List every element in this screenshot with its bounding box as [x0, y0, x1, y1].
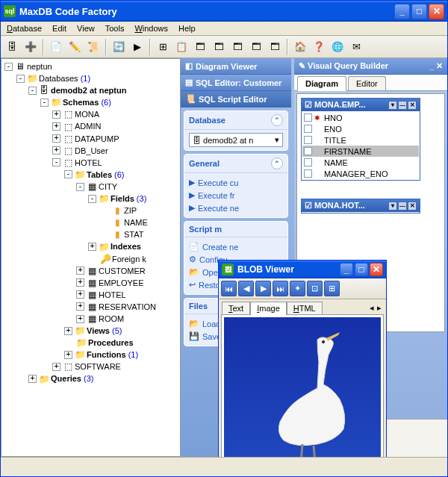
- tb-w2-icon[interactable]: 🗔: [211, 39, 227, 55]
- tree-schema[interactable]: DATAPUMP: [75, 134, 119, 143]
- tb-refresh-icon[interactable]: 🔄: [111, 39, 127, 55]
- tb-script-icon[interactable]: 📜: [85, 39, 102, 55]
- tb-w5-icon[interactable]: 🗔: [267, 39, 283, 55]
- expand-icon[interactable]: +: [64, 351, 72, 359]
- tree-schema[interactable]: DB_User: [75, 146, 108, 155]
- checkbox[interactable]: [304, 136, 312, 144]
- link-exec-cur[interactable]: ▶Execute cu: [189, 176, 283, 189]
- link-exec-from[interactable]: ▶Execute fr: [189, 189, 283, 202]
- menu-view[interactable]: View: [77, 24, 95, 33]
- tree-table[interactable]: CUSTOMER: [99, 266, 146, 275]
- expand-icon[interactable]: +: [76, 266, 84, 275]
- titlebar[interactable]: sql MaxDB Code Factory _ □ ✕: [1, 1, 447, 22]
- expand-icon[interactable]: +: [88, 243, 96, 251]
- expand-icon[interactable]: +: [76, 278, 84, 287]
- tb-edit-icon[interactable]: ✏️: [66, 39, 83, 55]
- minimize-button[interactable]: _: [340, 263, 353, 276]
- expand-icon[interactable]: -: [4, 63, 13, 71]
- tree-field[interactable]: NAME: [124, 218, 148, 227]
- tab-html[interactable]: HTML: [287, 302, 323, 314]
- scroll-left-icon[interactable]: ◂: [368, 302, 376, 314]
- close-icon[interactable]: ✕: [436, 61, 443, 71]
- checkbox[interactable]: [304, 147, 312, 155]
- expand-icon[interactable]: -: [64, 170, 72, 178]
- close-icon[interactable]: ✕: [408, 101, 417, 110]
- scroll-right-icon[interactable]: ▸: [376, 302, 383, 314]
- dropdown-icon[interactable]: ▾: [388, 202, 397, 211]
- minimize-icon[interactable]: —: [398, 202, 407, 211]
- db-dropdown[interactable]: 🗄 demodb2 at n▾: [189, 133, 283, 147]
- table-window-hot[interactable]: ☑ MONA.HOT...▾—✕: [301, 199, 420, 213]
- tab-image[interactable]: Image: [250, 302, 287, 315]
- tb-w4-icon[interactable]: 🗔: [248, 39, 264, 55]
- maximize-button[interactable]: □: [355, 263, 368, 276]
- tree-field[interactable]: ZIP: [124, 206, 137, 215]
- menu-windows[interactable]: Windows: [134, 24, 168, 33]
- tree-table-city[interactable]: CITY: [99, 182, 117, 191]
- tree-root[interactable]: neptun: [27, 62, 52, 71]
- menu-database[interactable]: Database: [7, 24, 42, 33]
- tab-editor[interactable]: Editor: [348, 76, 386, 90]
- expand-icon[interactable]: -: [52, 158, 60, 166]
- dropdown-icon[interactable]: ▾: [388, 101, 397, 110]
- expand-icon[interactable]: +: [52, 110, 60, 119]
- grid-icon[interactable]: ⊞: [324, 281, 340, 296]
- tree-schema[interactable]: ADMIN: [75, 122, 101, 131]
- tb-w1-icon[interactable]: 🗔: [192, 39, 208, 55]
- tool-icon[interactable]: ✦: [290, 281, 305, 296]
- expand-icon[interactable]: +: [28, 375, 37, 383]
- expand-icon[interactable]: -: [76, 183, 84, 191]
- next-icon[interactable]: ▶: [255, 281, 271, 296]
- tree-schema[interactable]: MONA: [75, 110, 99, 119]
- chevron-up-icon[interactable]: ⌃: [271, 114, 283, 126]
- tb-grid-icon[interactable]: ⊞: [155, 39, 171, 55]
- minimize-icon[interactable]: _: [429, 61, 434, 71]
- tree-field[interactable]: STAT: [124, 230, 143, 239]
- minimize-button[interactable]: _: [394, 4, 410, 19]
- tb-home-icon[interactable]: 🏠: [292, 39, 308, 55]
- tab-diagram[interactable]: Diagram: [297, 76, 346, 91]
- expand-icon[interactable]: +: [52, 134, 60, 143]
- column-name[interactable]: NAME: [324, 158, 348, 167]
- tb-db-icon[interactable]: 🗄: [4, 39, 20, 55]
- expand-icon[interactable]: +: [76, 302, 84, 311]
- column-name[interactable]: MANAGER_ENO: [324, 169, 388, 178]
- tree-table[interactable]: EMPLOYEE: [99, 278, 144, 287]
- checkbox[interactable]: [304, 158, 312, 166]
- column-name[interactable]: FIRSTNAME: [324, 147, 372, 156]
- close-icon[interactable]: ✕: [408, 202, 417, 211]
- checkbox[interactable]: [304, 169, 312, 178]
- close-button[interactable]: ✕: [370, 263, 383, 276]
- close-button[interactable]: ✕: [429, 4, 444, 19]
- tree-table[interactable]: RESERVATION: [99, 302, 156, 311]
- panel-diagram-viewer[interactable]: ◧Diagram Viewer: [181, 58, 291, 75]
- table-window-emp[interactable]: ☑ MONA.EMP...▾—✕ ✱HNOENOTITLEFIRSTNAMENA…: [301, 98, 420, 181]
- tb-w3-icon[interactable]: 🗔: [229, 39, 246, 55]
- tab-text[interactable]: Text: [222, 302, 250, 314]
- expand-icon[interactable]: -: [40, 99, 49, 107]
- panel-sql-editor[interactable]: ▤SQL Editor: Customer: [181, 75, 291, 91]
- expand-icon[interactable]: +: [64, 327, 72, 335]
- tb-mail-icon[interactable]: ✉: [348, 39, 364, 55]
- fit-icon[interactable]: ⊡: [307, 281, 323, 296]
- tree-db[interactable]: demodb2 at neptun: [51, 86, 126, 95]
- link-create[interactable]: 📄Create ne: [189, 240, 283, 253]
- menu-tools[interactable]: Tools: [105, 24, 125, 33]
- prev-icon[interactable]: ◀: [238, 281, 254, 296]
- panel-vqb[interactable]: ✎ Visual Query Builder_✕: [294, 58, 447, 75]
- checkbox[interactable]: [304, 113, 312, 122]
- tb-world-icon[interactable]: 🌐: [329, 39, 346, 55]
- tree-table[interactable]: HOTEL: [99, 290, 126, 299]
- expand-icon[interactable]: -: [16, 75, 25, 83]
- tree-schema[interactable]: HOTEL: [75, 158, 102, 167]
- blob-window[interactable]: 🖼BLOB Viewer_□✕ ⏮ ◀ ▶ ⏭ ✦ ⊡ ⊞ Text Image…: [218, 260, 387, 457]
- link-exec-ne[interactable]: ▶Execute ne: [189, 202, 283, 214]
- tree-panel[interactable]: -🖥neptun -📁Databases (1) -🗄demodb2 at ne…: [1, 58, 181, 457]
- menu-help[interactable]: Help: [178, 24, 196, 33]
- minimize-icon[interactable]: —: [398, 101, 407, 110]
- column-name[interactable]: HNO: [324, 113, 342, 122]
- maximize-button[interactable]: □: [411, 4, 427, 19]
- column-name[interactable]: TITLE: [324, 136, 346, 145]
- expand-icon[interactable]: +: [76, 290, 84, 299]
- checkbox[interactable]: [304, 125, 312, 133]
